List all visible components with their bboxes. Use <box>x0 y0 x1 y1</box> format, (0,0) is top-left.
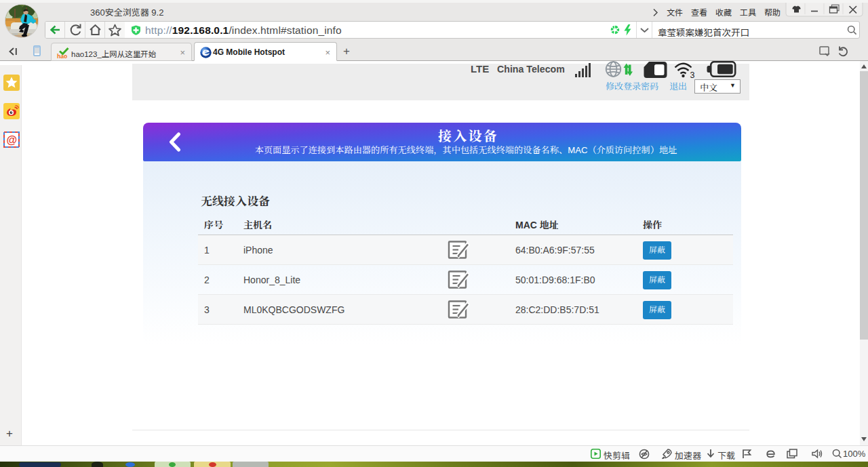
svg-text:@: @ <box>7 134 18 146</box>
svg-text:hao: hao <box>57 53 67 60</box>
svg-text:3: 3 <box>690 70 695 79</box>
